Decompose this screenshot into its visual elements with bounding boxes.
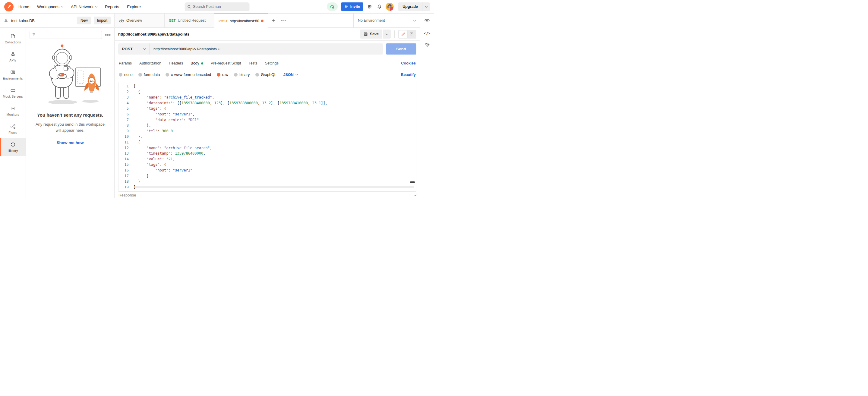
cloud-check-icon bbox=[330, 4, 335, 9]
nav-api-network[interactable]: API Network bbox=[71, 4, 97, 9]
upgrade-menu-button[interactable] bbox=[422, 2, 430, 11]
avatar[interactable] bbox=[385, 3, 394, 11]
code-snippet-icon[interactable]: </> bbox=[424, 31, 431, 36]
radio-icon bbox=[234, 73, 238, 76]
tab-post-datapoints[interactable]: POST http://localhost:8080/ bbox=[214, 13, 268, 28]
upgrade-button[interactable]: Upgrade bbox=[398, 2, 422, 11]
history-filter-input[interactable] bbox=[37, 33, 99, 37]
more-options-icon[interactable] bbox=[105, 34, 111, 36]
tab-params[interactable]: Params bbox=[119, 57, 132, 69]
chevron-down-icon bbox=[143, 47, 146, 50]
pencil-icon bbox=[401, 32, 405, 36]
sidebar-item-monitors[interactable]: Monitors bbox=[0, 102, 26, 120]
sidebar-item-mock-servers[interactable]: Mock Servers bbox=[0, 84, 26, 102]
method-selector[interactable]: POST bbox=[118, 43, 150, 55]
nav-reports[interactable]: Reports bbox=[105, 4, 119, 9]
code-line: 9 "ttl": 300.0 bbox=[119, 128, 416, 134]
mode-raw[interactable]: raw bbox=[217, 73, 228, 77]
mode-raw-label: raw bbox=[222, 73, 228, 77]
tab-overview[interactable]: Overview bbox=[115, 13, 165, 27]
nav-home-label: Home bbox=[19, 4, 29, 9]
chevron-down-icon bbox=[425, 5, 427, 7]
search-input[interactable] bbox=[193, 4, 247, 9]
tab-authorization[interactable]: Authorization bbox=[139, 57, 161, 69]
comment-mode-button[interactable] bbox=[407, 30, 416, 38]
language-selector[interactable]: JSON bbox=[283, 73, 298, 77]
mode-form-data[interactable]: form-data bbox=[138, 73, 160, 77]
workspace-header: test-kairosDB New Import bbox=[0, 13, 114, 28]
lightbulb-icon[interactable] bbox=[425, 42, 430, 48]
show-me-how-link[interactable]: Show me how bbox=[56, 140, 84, 145]
divider bbox=[394, 30, 395, 38]
notifications-button[interactable] bbox=[376, 4, 382, 10]
workspace-name[interactable]: test-kairosDB bbox=[11, 19, 35, 23]
invite-button[interactable]: Invite bbox=[341, 2, 364, 11]
url-input[interactable]: http://localhost:8080/api/v1/datapoints↵ bbox=[150, 47, 383, 51]
settings-button[interactable] bbox=[367, 4, 373, 10]
beautify-link[interactable]: Beautify bbox=[401, 73, 416, 77]
body-editor[interactable]: 1[2 {3 "name": "archive_file_tracked",4 … bbox=[118, 82, 416, 192]
tab-post-label: http://localhost:8080/ bbox=[230, 19, 259, 23]
tab-untitled-request[interactable]: GET Untitled Request bbox=[165, 13, 214, 27]
mode-graphql[interactable]: GraphQL bbox=[255, 73, 276, 77]
history-filter-row bbox=[26, 28, 114, 40]
sidebar-item-environments[interactable]: Environments bbox=[0, 66, 26, 84]
save-button[interactable]: Save bbox=[360, 30, 382, 39]
postman-logo-icon[interactable] bbox=[4, 2, 13, 11]
tab-settings[interactable]: Settings bbox=[265, 57, 279, 69]
code-line: 2 { bbox=[119, 89, 416, 95]
code-line: 15 "tags": { bbox=[119, 162, 416, 168]
environment-selector[interactable]: No Environment bbox=[353, 13, 420, 27]
sidebar-item-collections[interactable]: Collections bbox=[0, 30, 26, 47]
apis-icon bbox=[10, 52, 16, 57]
edit-mode-button[interactable] bbox=[399, 30, 407, 38]
new-tab-button[interactable] bbox=[268, 13, 278, 27]
tab-pre-request-script[interactable]: Pre-request Script bbox=[211, 57, 241, 69]
nav-explore[interactable]: Explore bbox=[127, 4, 141, 9]
line-number: 9 bbox=[119, 128, 133, 134]
tab-params-label: Params bbox=[119, 61, 132, 65]
send-button[interactable]: Send bbox=[386, 43, 416, 55]
new-button[interactable]: New bbox=[77, 16, 91, 24]
search-icon bbox=[188, 5, 191, 9]
mode-form-data-label: form-data bbox=[144, 73, 160, 77]
mock-servers-icon bbox=[10, 88, 16, 93]
postman-app: Home Workspaces API Network Reports Expl… bbox=[0, 0, 434, 198]
response-bar[interactable]: Response bbox=[115, 192, 420, 198]
mode-binary[interactable]: binary bbox=[234, 73, 250, 77]
cookies-link[interactable]: Cookies bbox=[401, 61, 416, 65]
mode-none[interactable]: none bbox=[119, 73, 133, 77]
tab-tests[interactable]: Tests bbox=[249, 57, 257, 69]
tab-headers[interactable]: Headers bbox=[169, 57, 183, 69]
line-number: 4 bbox=[119, 100, 133, 106]
code-text: "timestamp": 1359786400000, bbox=[133, 151, 205, 156]
horizontal-scrollbar[interactable] bbox=[135, 186, 414, 188]
sync-status-badge[interactable] bbox=[327, 2, 338, 11]
code-line: 1[ bbox=[119, 84, 416, 89]
return-glyph: ↵ bbox=[218, 47, 221, 51]
tab-options-button[interactable] bbox=[278, 13, 288, 27]
tab-body[interactable]: Body bbox=[190, 57, 203, 69]
import-button[interactable]: Import bbox=[94, 16, 111, 24]
sidebar-item-apis[interactable]: APIs bbox=[0, 47, 26, 66]
sidebar-item-flows[interactable]: Flows bbox=[0, 120, 26, 138]
code-lines: 1[2 {3 "name": "archive_file_tracked",4 … bbox=[119, 84, 416, 192]
filter-icon bbox=[32, 33, 36, 36]
environment-quick-look-icon[interactable] bbox=[424, 18, 430, 22]
chevron-down-icon bbox=[413, 19, 416, 21]
edit-comment-toggle bbox=[398, 30, 416, 39]
nav-workspaces[interactable]: Workspaces bbox=[37, 4, 63, 9]
sidebar-rail: Collections APIs Environments Mock Serve… bbox=[0, 28, 26, 198]
global-search[interactable] bbox=[185, 2, 250, 11]
line-number: 16 bbox=[119, 168, 133, 173]
sidebar-item-history[interactable]: History bbox=[0, 138, 26, 156]
mode-x-www-form-urlencoded[interactable]: x-www-form-urlencoded bbox=[165, 73, 211, 77]
code-line: 6 "host": "server1", bbox=[119, 111, 416, 117]
nav-home[interactable]: Home bbox=[19, 4, 29, 9]
comment-icon bbox=[409, 32, 414, 36]
invite-label: Invite bbox=[350, 4, 360, 9]
history-filter[interactable] bbox=[30, 31, 102, 39]
vertical-scrollbar-thumb[interactable] bbox=[410, 182, 415, 183]
save-options-button[interactable] bbox=[382, 30, 391, 39]
code-line: 5 "tags": { bbox=[119, 106, 416, 111]
